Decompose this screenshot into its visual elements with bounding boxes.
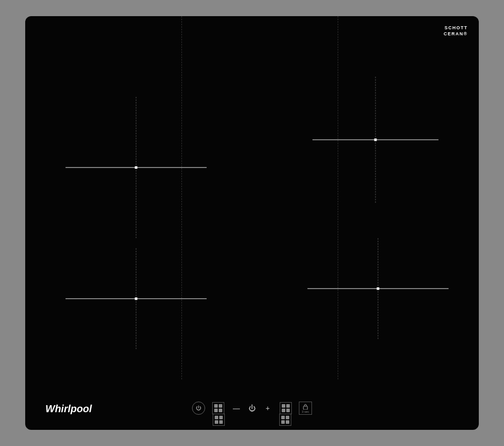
zone-selector-right-bottom[interactable] [279, 414, 291, 426]
controls-strip: — ⏻ + 3 sec [192, 402, 312, 415]
burner-bottom-left [66, 248, 207, 349]
zone-selector-left-bottom[interactable] [213, 414, 225, 426]
lock-button[interactable]: 3 sec [299, 402, 312, 415]
plus-button[interactable]: + [263, 404, 273, 412]
glass-brand-logo: SCHOTT CERAN® [444, 25, 468, 37]
brand-name: Whirlpool [45, 403, 92, 414]
cooktop: SCHOTT CERAN® [25, 16, 479, 430]
zone-icon-right-top[interactable] [280, 402, 292, 414]
burner-top-right [312, 77, 438, 203]
zone-icon-left-top[interactable] [212, 402, 224, 414]
zone-selector-right-top[interactable] [280, 402, 292, 414]
center-power-icon[interactable]: ⏻ [248, 404, 256, 412]
lock-icon[interactable]: 3 sec [299, 402, 312, 415]
burner-bottom-right [307, 238, 449, 339]
burner-top-left [66, 97, 207, 238]
center-power-button[interactable]: ⏻ [248, 404, 256, 412]
power-button[interactable] [192, 402, 205, 415]
power-icon[interactable] [192, 402, 205, 415]
minus-button[interactable]: — [231, 404, 241, 412]
zone-selectors-bottom [213, 414, 291, 426]
zone-selector-left-top[interactable] [212, 402, 224, 414]
svg-rect-0 [303, 406, 307, 410]
brand-logo: Whirlpool [45, 403, 92, 415]
lock-label: 3 sec [302, 410, 309, 413]
